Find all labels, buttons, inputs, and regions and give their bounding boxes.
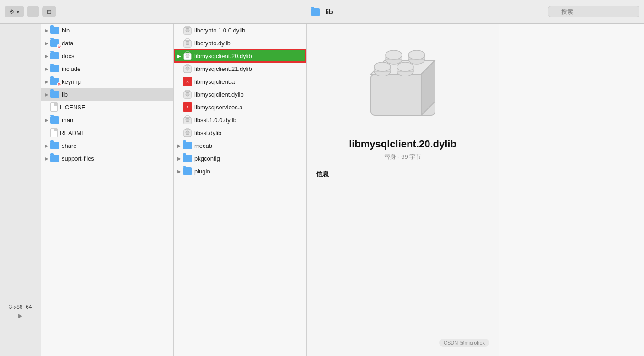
list-item[interactable]: LICENSE xyxy=(41,101,173,113)
browser-area: bin data docs include keyring xyxy=(41,24,644,356)
dylib-icon xyxy=(183,26,192,35)
list-item[interactable]: libmysqlclient.dylib xyxy=(174,88,306,101)
file-name: libmysqlclient.20.dylib xyxy=(194,53,302,59)
preview-info-label: 信息 xyxy=(316,170,329,178)
file-name: libmysqlservices.a xyxy=(194,104,302,111)
list-item[interactable]: libcrypto.1.0.0.dylib xyxy=(174,24,306,37)
dylib-icon xyxy=(183,115,192,124)
svg-point-5 xyxy=(186,41,189,45)
window-title: lib xyxy=(325,8,333,16)
list-item[interactable]: bin xyxy=(41,24,173,37)
file-name: plugin xyxy=(194,168,302,175)
file-name: support-files xyxy=(62,155,170,162)
doc-icon xyxy=(50,102,58,112)
folder-icon xyxy=(50,65,59,72)
list-item[interactable]: docs xyxy=(41,49,173,62)
file-name: pkgconfig xyxy=(194,155,302,162)
file-name: README xyxy=(60,129,170,136)
folder-icon xyxy=(50,116,59,124)
list-item[interactable]: A libmysqlservices.a xyxy=(174,101,306,113)
folder-icon-badged xyxy=(50,78,59,85)
title-folder-icon xyxy=(311,8,320,16)
svg-point-13 xyxy=(186,118,189,122)
preview-filename: libmysqlclient.20.dylib xyxy=(349,138,456,150)
share-icon: ↑ xyxy=(32,8,35,15)
column-1: bin data docs include keyring xyxy=(41,24,174,356)
folder-icon xyxy=(50,27,59,34)
folder-icon xyxy=(50,52,59,59)
svg-point-21 xyxy=(386,50,402,59)
chevron-right-icon xyxy=(176,167,183,175)
chevron-right-icon xyxy=(43,78,50,85)
list-item[interactable]: libcrypto.dylib xyxy=(174,37,306,49)
dylib-icon xyxy=(183,128,192,137)
file-name: libssl.1.0.0.dylib xyxy=(194,117,302,124)
title-bar: ⚙ ▾ ↑ ⊡ lib xyxy=(0,0,644,24)
search-input[interactable] xyxy=(548,6,639,17)
svg-point-15 xyxy=(186,131,189,135)
folder-icon xyxy=(50,155,59,162)
list-item[interactable]: libmysqlclient.21.dylib xyxy=(174,62,306,75)
sidebar-expand-icon[interactable] xyxy=(16,312,24,319)
list-item[interactable]: mecab xyxy=(174,139,306,152)
dylib-a-icon: A xyxy=(183,77,192,86)
chevron-right-icon xyxy=(43,27,50,34)
column-2: libcrypto.1.0.0.dylib libcrypto.dylib xyxy=(174,24,306,356)
folder-icon xyxy=(183,167,192,175)
folder-icon xyxy=(50,91,59,98)
folder-icon-badged xyxy=(50,39,59,47)
svg-point-7 xyxy=(186,54,189,58)
list-item[interactable]: README xyxy=(41,126,173,139)
file-name: libmysqlclient.a xyxy=(194,78,302,85)
list-item[interactable]: A libmysqlclient.a xyxy=(174,75,306,88)
tag-button[interactable]: ⊡ xyxy=(42,6,56,17)
svg-point-30 xyxy=(397,62,413,71)
chevron-right-icon xyxy=(176,52,183,59)
toolbar-left: ⚙ ▾ ↑ ⊡ xyxy=(5,6,56,17)
preview-panel: libmysqlclient.20.dylib 替身 - 69 字节 信息 CS… xyxy=(306,24,499,356)
csdn-badge: CSDN @microhex xyxy=(439,339,489,347)
preview-subtitle: 替身 - 69 字节 xyxy=(384,153,422,161)
main-content: 3-x86_64 bin data docs xyxy=(0,24,644,356)
list-item[interactable]: include xyxy=(41,62,173,75)
bottom-bar: CSDN @microhex xyxy=(316,339,489,347)
chevron-right-icon xyxy=(43,155,50,162)
chevron-right-icon xyxy=(43,65,50,72)
file-name: libmysqlclient.21.dylib xyxy=(194,65,302,72)
file-name: man xyxy=(62,117,170,124)
list-item[interactable]: plugin xyxy=(174,165,306,178)
share-button[interactable]: ↑ xyxy=(27,6,39,17)
list-item[interactable]: support-files xyxy=(41,152,173,165)
svg-point-24 xyxy=(408,50,425,59)
doc-icon xyxy=(50,128,58,137)
chevron-right-icon xyxy=(176,155,183,162)
chevron-right-icon xyxy=(43,52,50,59)
list-item-highlighted[interactable]: libmysqlclient.20.dylib xyxy=(174,49,306,62)
file-name: libcrypto.dylib xyxy=(194,40,302,47)
folder-icon xyxy=(183,155,192,162)
list-item[interactable]: data xyxy=(41,37,173,49)
list-item[interactable]: libssl.1.0.0.dylib xyxy=(174,113,306,126)
svg-point-27 xyxy=(374,62,391,71)
folder-icon xyxy=(50,142,59,149)
list-item[interactable]: pkgconfig xyxy=(174,152,306,165)
svg-point-3 xyxy=(186,28,189,32)
gear-icon: ⚙ xyxy=(9,8,15,15)
chevron-down-icon: ▾ xyxy=(16,8,20,15)
file-name: libmysqlclient.dylib xyxy=(194,91,302,98)
list-item[interactable]: man xyxy=(41,113,173,126)
sidebar-label: 3-x86_64 xyxy=(9,304,32,310)
file-name: libssl.dylib xyxy=(194,129,302,136)
search-wrap xyxy=(548,6,639,17)
settings-button[interactable]: ⚙ ▾ xyxy=(5,6,24,17)
file-name: LICENSE xyxy=(60,104,170,111)
chevron-right-icon xyxy=(43,142,50,149)
list-item[interactable]: keyring xyxy=(41,75,173,88)
file-name: lib xyxy=(62,91,170,98)
title-center: lib xyxy=(311,8,333,16)
list-item[interactable]: share xyxy=(41,139,173,152)
list-item[interactable]: libssl.dylib xyxy=(174,126,306,139)
list-item-selected[interactable]: lib xyxy=(41,88,173,101)
dylib-icon xyxy=(183,51,192,60)
file-name: docs xyxy=(62,53,170,59)
